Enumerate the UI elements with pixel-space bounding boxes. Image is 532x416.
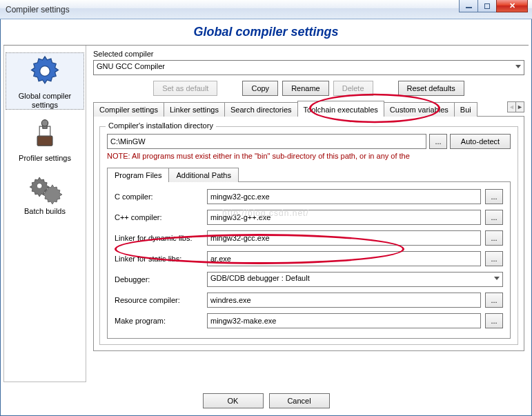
cpp-compiler-input[interactable] xyxy=(207,210,481,225)
make-program-label: Make program: xyxy=(115,317,203,325)
dialog-content: Global compiler settings Global compiler… xyxy=(0,19,532,416)
page-header: Global compiler settings xyxy=(3,21,529,46)
program-files-form: C compiler: ... C++ compiler: ... xyxy=(107,182,511,339)
linker-dynamic-label: Linker for dynamic libs: xyxy=(115,234,203,242)
selected-compiler-value: GNU GCC Compiler xyxy=(97,62,165,70)
tab-scroll-buttons: ◄ ► xyxy=(508,101,524,112)
chevron-down-icon xyxy=(515,65,521,68)
browse-linker-static-button[interactable]: ... xyxy=(485,251,503,266)
close-icon: ✕ xyxy=(509,1,515,10)
svg-point-3 xyxy=(37,183,42,188)
minimize-button[interactable] xyxy=(459,0,478,12)
close-button[interactable]: ✕ xyxy=(496,0,528,12)
c-compiler-input[interactable] xyxy=(207,189,481,204)
resource-compiler-label: Resource compiler: xyxy=(115,296,203,304)
reset-defaults-button[interactable]: Reset defaults xyxy=(398,81,464,96)
delete-button[interactable]: Delete xyxy=(333,81,373,96)
install-note: NOTE: All programs must exist either in … xyxy=(107,152,511,160)
maximize-button[interactable] xyxy=(477,0,497,12)
row-c-compiler: C compiler: ... xyxy=(115,189,503,204)
browse-linker-dynamic-button[interactable]: ... xyxy=(485,230,503,246)
sidebar-item-batch[interactable]: Batch builds xyxy=(4,170,86,216)
row-linker-static: Linker for static libs: ... xyxy=(115,251,503,266)
svg-rect-1 xyxy=(37,136,52,146)
debugger-dropdown[interactable]: GDB/CDB debugger : Default xyxy=(207,272,503,287)
set-default-button[interactable]: Set as default xyxy=(153,81,217,96)
subtab-additional-paths[interactable]: Additional Paths xyxy=(168,168,239,182)
c-compiler-label: C compiler: xyxy=(115,192,203,201)
browse-make-program-button[interactable]: ... xyxy=(485,313,503,328)
tab-search-directories[interactable]: Search directories xyxy=(224,102,298,117)
browse-c-compiler-button[interactable]: ... xyxy=(485,189,503,204)
rename-button[interactable]: Rename xyxy=(282,81,329,96)
tab-scroll-right[interactable]: ► xyxy=(515,101,524,112)
cpp-compiler-label: C++ compiler: xyxy=(115,213,203,221)
linker-dynamic-input[interactable] xyxy=(207,230,481,246)
sidebar-item-label: Profiler settings xyxy=(4,154,86,163)
linker-static-input[interactable] xyxy=(207,251,481,266)
main-panel: Selected compiler GNU GCC Compiler Set a… xyxy=(86,46,529,382)
toolchain-panel: Compiler's installation directory ... Au… xyxy=(93,117,524,351)
svg-point-0 xyxy=(40,66,50,77)
tab-custom-variables[interactable]: Custom variables xyxy=(384,102,455,117)
chevron-down-icon xyxy=(494,277,500,280)
linker-static-label: Linker for static libs: xyxy=(115,255,203,263)
title-bar: Compiler settings ✕ xyxy=(0,0,532,19)
debugger-label: Debugger: xyxy=(115,275,203,284)
compiler-action-row: Set as default Copy Rename Delete Reset … xyxy=(93,81,524,96)
settings-tabstrip: Compiler settings Linker settings Search… xyxy=(93,100,524,117)
browse-cpp-compiler-button[interactable]: ... xyxy=(485,210,503,225)
tab-build-options[interactable]: Bui xyxy=(454,102,477,117)
selected-compiler-label: Selected compiler xyxy=(93,50,524,58)
gear-icon xyxy=(27,53,63,89)
profiler-icon xyxy=(28,117,62,151)
row-debugger: Debugger: GDB/CDB debugger : Default xyxy=(115,272,503,287)
row-make-program: Make program: ... xyxy=(115,313,503,328)
maximize-icon xyxy=(484,3,490,9)
subtab-program-files[interactable]: Program Files xyxy=(107,168,169,182)
row-resource-compiler: Resource compiler: ... xyxy=(115,293,503,308)
cancel-button[interactable]: Cancel xyxy=(269,393,330,408)
sidebar-item-profiler[interactable]: Profiler settings xyxy=(4,117,86,163)
sidebar-item-label: Global compiler settings xyxy=(6,92,83,109)
category-sidebar: Global compiler settings Profiler settin… xyxy=(3,46,86,382)
install-dir-group: Compiler's installation directory ... Au… xyxy=(99,126,518,345)
make-program-input[interactable] xyxy=(207,313,481,328)
batch-icon xyxy=(28,170,62,204)
svg-point-2 xyxy=(41,120,48,126)
window-buttons: ✕ xyxy=(460,0,528,12)
sidebar-item-label: Batch builds xyxy=(4,207,86,216)
tab-toolchain-executables[interactable]: Toolchain executables xyxy=(297,101,384,117)
program-subtabs: Program Files Additional Paths xyxy=(107,167,511,182)
ok-button[interactable]: OK xyxy=(203,393,264,408)
autodetect-button[interactable]: Auto-detect xyxy=(450,134,511,149)
minimize-icon xyxy=(466,7,472,8)
copy-button[interactable]: Copy xyxy=(242,81,278,96)
selected-compiler-dropdown[interactable]: GNU GCC Compiler xyxy=(93,60,524,75)
browse-install-dir-button[interactable]: ... xyxy=(429,134,447,149)
tab-linker-settings[interactable]: Linker settings xyxy=(164,102,225,117)
window-title: Compiler settings xyxy=(6,5,70,14)
dialog-buttons: OK Cancel xyxy=(1,393,531,408)
row-cpp-compiler: C++ compiler: ... xyxy=(115,210,503,225)
install-dir-input[interactable] xyxy=(107,134,426,149)
row-linker-dynamic: Linker for dynamic libs: ... xyxy=(115,230,503,246)
install-dir-group-title: Compiler's installation directory xyxy=(106,121,216,130)
page-title: Global compiler settings xyxy=(193,25,338,39)
sidebar-item-global-compiler[interactable]: Global compiler settings xyxy=(6,52,84,110)
tab-compiler-settings[interactable]: Compiler settings xyxy=(93,102,164,117)
browse-resource-compiler-button[interactable]: ... xyxy=(485,293,503,308)
debugger-value: GDB/CDB debugger : Default xyxy=(210,274,310,282)
resource-compiler-input[interactable] xyxy=(207,293,481,308)
